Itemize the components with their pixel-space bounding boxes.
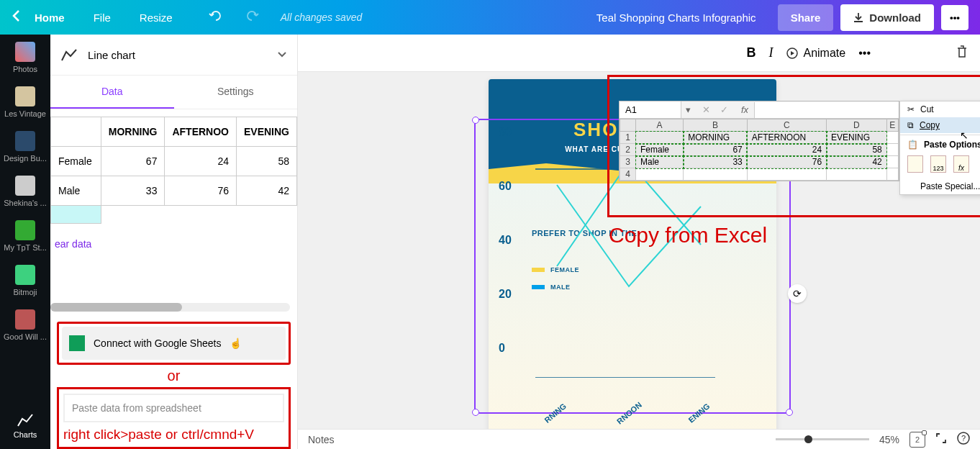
rail-shekinas[interactable]: Shekina's ... (4, 176, 47, 207)
name-dropdown-icon[interactable]: ▾ (681, 104, 695, 115)
fullscreen-icon[interactable] (935, 432, 947, 446)
context-menu: ✂Cut ⧉Copy 📋Paste Options: 123 fx Paste … (899, 101, 980, 195)
rail-designbu[interactable]: Design Bu... (4, 131, 47, 163)
annotation-box-gsheets: Connect with Google Sheets ☝ (57, 322, 291, 365)
tab-data[interactable]: Data (50, 76, 174, 109)
formula-bar[interactable] (754, 102, 899, 118)
page-count-badge[interactable]: 2 (909, 432, 925, 448)
excel-grid[interactable]: ABCDE 1MORNINGAFTERNOONEVENING 2Female67… (620, 119, 899, 181)
scissors-icon: ✂ (907, 104, 915, 114)
mouse-cursor-icon: ↖ (960, 130, 968, 141)
paste-options-row: 123 fx (900, 153, 980, 178)
paste-values-icon[interactable]: 123 (930, 155, 946, 173)
chevron-down-icon (277, 48, 287, 61)
hand-cursor-icon: ☝ (230, 337, 242, 349)
status-bar: Notes 45% 2 ? (298, 429, 980, 449)
y-axis-label: 80 (499, 126, 512, 139)
download-button[interactable]: Download (840, 4, 934, 31)
cell[interactable]: 76 (165, 176, 237, 206)
rail-photos[interactable]: Photos (4, 42, 47, 73)
rail-lesvintage[interactable]: Les Vintage (4, 86, 47, 118)
google-sheets-icon (69, 335, 85, 351)
help-icon[interactable]: ? (957, 432, 970, 447)
paste-formulas-icon[interactable]: fx (953, 155, 969, 173)
notes-button[interactable]: Notes (308, 434, 335, 445)
accept-formula-icon[interactable]: ✓ (720, 104, 728, 115)
cell[interactable] (236, 206, 296, 224)
paste-option-icon[interactable] (907, 155, 923, 173)
zoom-level[interactable]: 45% (879, 434, 899, 445)
chart-type-selector[interactable]: Line chart (50, 35, 297, 76)
editor-toolbar: B I Animate ••• (298, 35, 980, 72)
animate-button[interactable]: Animate (786, 47, 845, 60)
excel-window: A1 ▾ ✕ ✓ fx ABCDE 1MORNINGAFTERNOONEVENI… (619, 101, 899, 181)
cell[interactable]: 33 (101, 176, 165, 206)
document-title[interactable]: Teal Shopping Charts Infographic (596, 12, 756, 24)
table-header-blank[interactable] (51, 117, 101, 147)
cell[interactable]: 58 (236, 147, 296, 176)
annotation-box-paste: Paste data from spreadsheet right click>… (57, 387, 291, 449)
file-menu[interactable]: File (94, 12, 111, 24)
chart-icon (17, 412, 34, 427)
chart-type-label: Line chart (88, 49, 135, 61)
cell[interactable] (101, 206, 165, 224)
tab-settings[interactable]: Settings (174, 76, 298, 109)
table-header[interactable]: EVENING (236, 117, 296, 147)
table-header[interactable]: MORNING (101, 117, 165, 147)
cell[interactable]: 24 (165, 147, 237, 176)
delete-icon[interactable] (956, 45, 968, 62)
line-chart-icon (60, 47, 78, 62)
copy-icon: ⧉ (907, 120, 914, 130)
rail-mytpt[interactable]: My TpT St... (4, 220, 47, 252)
home-link[interactable]: Home (35, 12, 65, 24)
download-label: Download (869, 12, 921, 24)
save-status: All changes saved (281, 12, 363, 23)
zoom-slider[interactable] (776, 438, 869, 440)
share-button[interactable]: Share (778, 4, 834, 31)
sync-badge-icon[interactable]: ⟳ (788, 284, 807, 303)
rail-bitmoji[interactable]: Bitmoji (4, 265, 47, 296)
data-table[interactable]: MORNING AFTERNOO EVENING Female 67 24 58… (50, 109, 297, 264)
gs-button-label: Connect with Google Sheets (94, 337, 221, 349)
excel-name-box[interactable]: A1 (620, 101, 681, 118)
empty-row-label[interactable] (51, 206, 101, 224)
undo-icon[interactable] (209, 10, 223, 24)
more-menu[interactable]: ••• (941, 5, 968, 30)
connect-google-sheets-button[interactable]: Connect with Google Sheets ☝ (62, 327, 286, 360)
row-label[interactable]: Female (51, 147, 101, 176)
annotation-or: or (50, 368, 297, 384)
chart-edit-panel: Line chart Data Settings MORNING AFTERNO… (50, 35, 298, 449)
resize-menu[interactable]: Resize (140, 12, 173, 24)
horizontal-scrollbar[interactable] (50, 303, 290, 312)
canvas[interactable]: SHOPPING! WHAT ARE CUSTOMERS' HABITS ⟳ ⟳… (298, 72, 980, 429)
annotation-copy-from-excel: Copy from Excel (609, 223, 767, 248)
clipboard-icon: 📋 (907, 140, 918, 150)
table-header[interactable]: AFTERNOO (165, 117, 237, 147)
svg-text:?: ? (961, 434, 966, 443)
more-options-icon[interactable]: ••• (858, 47, 871, 60)
cell[interactable] (165, 206, 237, 224)
italic-icon[interactable]: I (768, 45, 773, 60)
rail-charts[interactable]: Charts (4, 412, 47, 439)
fx-label: fx (735, 104, 754, 115)
annotation-paste-hint: right click>paste or ctrl/cmnd+V (63, 427, 284, 443)
cancel-formula-icon[interactable]: ✕ (702, 104, 710, 115)
back-icon[interactable] (12, 9, 20, 25)
app-rail: Photos Les Vintage Design Bu... Shekina'… (0, 35, 50, 449)
paste-data-input[interactable]: Paste data from spreadsheet (63, 394, 284, 422)
cell[interactable]: 67 (101, 147, 165, 176)
row-label[interactable]: Male (51, 176, 101, 206)
bold-icon[interactable]: B (746, 45, 756, 60)
animate-icon (786, 47, 799, 60)
rail-goodwill[interactable]: Good Will ... (4, 309, 47, 341)
ctx-cut[interactable]: ✂Cut (900, 101, 980, 117)
clear-data-link[interactable]: ear data (50, 224, 297, 264)
download-icon (853, 12, 863, 22)
redo-icon[interactable] (245, 10, 259, 24)
ctx-paste-special[interactable]: Paste Special... (900, 178, 980, 194)
cell[interactable]: 42 (236, 176, 296, 206)
